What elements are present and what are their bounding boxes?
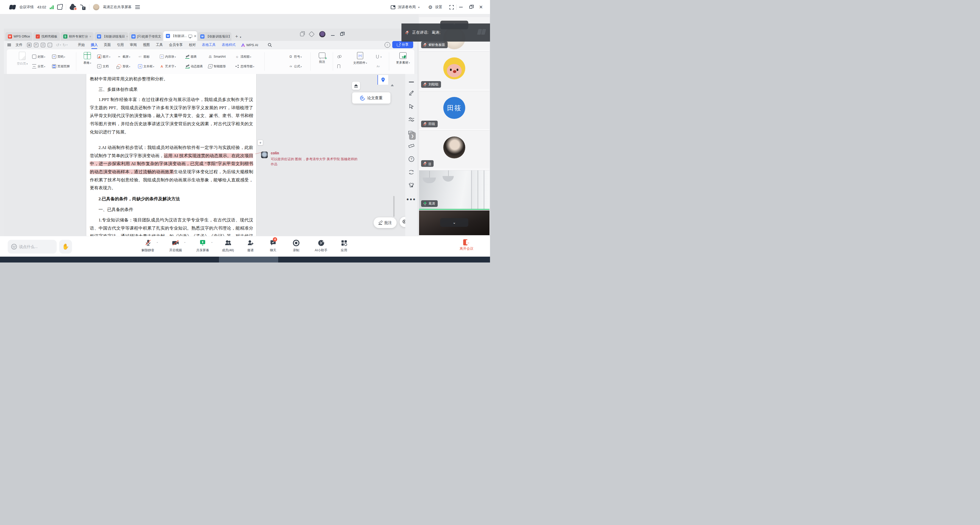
share-screen-button[interactable]: ⌃ 共享屏幕 (191, 239, 215, 252)
menu-member[interactable]: 会员专享 (166, 43, 186, 47)
comment-thread[interactable]: colin 可以提供佐证的 图例 ，参考清华大学 美术学院 陈楠老师的作品 (261, 151, 358, 167)
search-icon[interactable] (268, 43, 272, 47)
cloud-docs-icon[interactable] (70, 6, 76, 10)
invite-button[interactable]: 邀请 (240, 239, 261, 252)
participant-tile[interactable]: 刘聪聪 (419, 52, 490, 90)
layout-switch-button[interactable]: 演讲者布局 (398, 5, 416, 10)
chat-button[interactable]: 4 聊天 (263, 239, 283, 252)
more-tools-icon[interactable]: ●●● (407, 197, 416, 201)
scroll-up-icon[interactable] (391, 84, 394, 86)
ribbon-word-art-button[interactable]: 艺术字 (160, 62, 188, 70)
save-icon[interactable]: ▤ (27, 43, 32, 47)
ribbon-dropcap-button[interactable] (376, 62, 387, 70)
app-center-icon[interactable] (309, 32, 315, 37)
print-icon[interactable]: ⎙ (41, 43, 45, 47)
ribbon-formula-button[interactable]: 公式 (289, 62, 317, 70)
menu-reference[interactable]: 引用 (114, 43, 127, 47)
ribbon-table-button[interactable]: 表格 (80, 51, 95, 65)
hamburger-icon[interactable] (7, 44, 11, 46)
os-taskbar[interactable] (0, 257, 490, 262)
print-preview-icon[interactable]: ⌕ (48, 43, 52, 47)
settings-button[interactable]: 设置 (435, 5, 442, 10)
open-external-icon[interactable] (57, 5, 62, 10)
menu-file[interactable]: 文件 (13, 43, 25, 47)
ribbon-more-assets-button[interactable]: 更多素材 (393, 51, 413, 65)
scroll-down-tiles-button[interactable]: ⌄ (440, 218, 468, 227)
menu-wps-ai[interactable]: WPS AI (246, 43, 261, 47)
page-plus-button[interactable]: ＋ (258, 140, 263, 145)
share-options-chevron[interactable]: ⌃ (211, 242, 213, 244)
maximize-button[interactable] (469, 6, 473, 9)
account-avatar[interactable] (319, 31, 325, 37)
ribbon-smartart-button[interactable]: SmartArt (208, 53, 236, 60)
menu-proofread[interactable]: 校对 (186, 43, 199, 47)
ribbon-bookmark-button[interactable] (337, 62, 348, 70)
meeting-details-button[interactable]: 会议详情 (19, 5, 34, 10)
share-button[interactable]: 分享 (392, 41, 413, 48)
live-caption-icon[interactable] (80, 4, 86, 10)
menu-table-tools[interactable]: 表格工具 (199, 43, 219, 47)
document-page[interactable]: 教材中常用词常用义的初步整理和分析。 三、多媒体创作成果 1.PPT 制作经验丰… (86, 74, 256, 236)
tab-docer-templates[interactable]: ✓找稻壳模板 (33, 32, 60, 41)
menu-page[interactable]: 页面 (101, 43, 114, 47)
collapse-dash-icon[interactable] (409, 82, 414, 82)
tab-list-chevron[interactable]: ▾ (240, 36, 241, 38)
location-pin-button[interactable] (377, 75, 388, 85)
members-button[interactable]: 成员(48) (216, 239, 240, 252)
export-pdf-icon[interactable]: P (34, 43, 38, 47)
minimize-button[interactable] (459, 7, 463, 7)
tab-innovation-active[interactable]: W【创新训...✕ (163, 31, 197, 41)
wps-minimize-button[interactable] (331, 35, 334, 36)
ribbon-blank-page-button[interactable]: 空白页 (14, 51, 30, 66)
ruler-icon[interactable] (408, 143, 415, 149)
ribbon-doc-parts-button[interactable]: [=] 文档部件 (350, 51, 370, 65)
taskbar-active-app[interactable] (219, 257, 278, 262)
cursor-select-icon[interactable] (409, 103, 414, 109)
ribbon-content-block-button[interactable]: 内容块 (160, 53, 188, 60)
record-button[interactable]: 录制 (286, 239, 306, 252)
ribbon-hyperlink-button[interactable] (337, 53, 348, 60)
tab-expert-score[interactable]: S校外专家打分 (61, 32, 94, 41)
ribbon-comment-button[interactable]: 批注 (314, 51, 330, 64)
menu-view[interactable]: 视图 (140, 43, 153, 47)
ai-assistant-button[interactable]: AI小助手 (309, 239, 333, 252)
redo-icon[interactable]: ↻ (62, 43, 66, 48)
tab-readonly-traditional[interactable]: W[只读]基于传统文 (129, 32, 162, 41)
participant-tile-partial[interactable]: ⌄ (419, 211, 490, 236)
menu-table-style[interactable]: 表格样式 (219, 43, 239, 47)
settings-gear-icon[interactable]: ⚙ (428, 5, 433, 10)
help-icon[interactable]: ? (408, 156, 414, 162)
ribbon-mind-map-button[interactable]: 思维导图 (235, 62, 263, 70)
paper-check-button[interactable]: 论文查重 (352, 92, 390, 103)
mic-options-chevron[interactable]: ⌃ (156, 242, 158, 244)
participant-tile[interactable]: ||| (419, 131, 490, 170)
menu-review[interactable]: 审阅 (127, 43, 140, 47)
menu-start[interactable]: 开始 (75, 43, 88, 47)
tab-close-icon[interactable]: ✕ (194, 34, 197, 38)
tab-wps-home[interactable]: WWPS Office (5, 32, 32, 41)
unmute-button[interactable]: ⌃ 解除静音 (136, 239, 160, 252)
rail-expand-button[interactable]: ❯ (409, 132, 416, 140)
apps-button[interactable]: 应用 (334, 239, 354, 252)
ribbon-smart-graphic-button[interactable]: 智能图形 (208, 62, 236, 70)
participant-tile[interactable]: 田筱 田筱 (419, 91, 490, 130)
start-video-button[interactable]: ⌃ 开启视频 (164, 239, 187, 252)
ribbon-attachment-button[interactable] (376, 53, 387, 60)
tab-innovation-project-2[interactable]: W【创新训练项目】 (198, 32, 231, 41)
adjust-sliders-icon[interactable] (408, 117, 414, 122)
emoji-icon[interactable] (11, 244, 17, 249)
menu-tools[interactable]: 工具 (153, 43, 166, 47)
layout-chevron-icon[interactable]: ▾ (418, 6, 420, 9)
sharing-list-icon[interactable] (135, 5, 140, 9)
menu-insert[interactable]: 插入 (88, 43, 101, 47)
new-tab-button[interactable]: ＋ (234, 33, 239, 39)
annotate-pill-button[interactable]: 批注 (374, 217, 396, 228)
eject-toolbar-button[interactable] (352, 82, 360, 90)
ribbon-flowchart-button[interactable]: 流程图 (235, 53, 263, 60)
upload-cloud-button[interactable]: ↑ (385, 42, 390, 48)
skin-theme-icon[interactable] (408, 182, 415, 188)
fullscreen-button[interactable] (449, 5, 454, 10)
tab-innovation-project-1[interactable]: W【创新训练项目 (94, 32, 128, 41)
leave-meeting-button[interactable]: 离开会议 (454, 239, 479, 251)
participant-tile-speaking[interactable]: 葛涛 (419, 170, 490, 210)
